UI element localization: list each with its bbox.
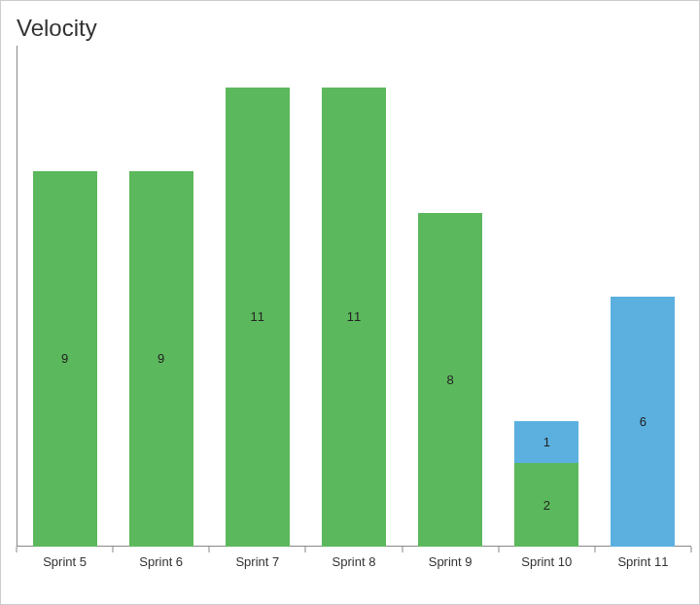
bar-segment-planned: 1 — [514, 421, 578, 463]
bars-container: 9911118216 — [17, 46, 691, 547]
bar-segment-completed: 11 — [226, 88, 290, 547]
x-axis-label: Sprint 6 — [113, 554, 209, 569]
bar-column: 9 — [113, 46, 209, 547]
bar-segment-planned: 6 — [611, 297, 675, 548]
x-axis-label: Sprint 10 — [499, 554, 595, 569]
bar-segment-completed: 11 — [322, 88, 386, 547]
x-axis-label: Sprint 5 — [17, 554, 113, 569]
bar-stack: 9 — [129, 171, 193, 547]
x-tick — [691, 547, 692, 552]
bar-column: 9 — [17, 46, 113, 547]
bar-value-label: 11 — [251, 309, 264, 324]
bar-stack: 11 — [322, 88, 386, 547]
bar-stack: 8 — [418, 213, 482, 547]
bar-value-label: 2 — [543, 498, 550, 513]
bar-segment-completed: 9 — [33, 171, 97, 547]
bar-column: 8 — [402, 46, 499, 547]
bar-stack: 9 — [33, 171, 97, 547]
bar-stack: 11 — [226, 88, 290, 547]
bar-value-label: 9 — [61, 351, 68, 366]
x-tick — [305, 547, 306, 552]
bar-segment-completed: 8 — [418, 213, 482, 547]
x-tick — [113, 547, 114, 552]
plot-area: 9911118216 — [17, 46, 691, 547]
bar-value-label: 9 — [158, 351, 164, 366]
bar-column: 11 — [209, 46, 305, 547]
bar-column: 6 — [595, 46, 691, 547]
bar-column: 21 — [499, 46, 595, 547]
bar-value-label: 8 — [447, 373, 454, 387]
x-axis-label: Sprint 7 — [209, 554, 305, 569]
x-axis-label: Sprint 8 — [305, 554, 402, 569]
chart-title: Velocity — [17, 15, 689, 42]
bar-segment-completed: 9 — [129, 171, 193, 547]
bar-value-label: 6 — [640, 414, 647, 429]
x-tick — [402, 547, 402, 552]
bar-stack: 21 — [514, 421, 578, 547]
bar-value-label: 11 — [347, 309, 361, 324]
bar-segment-completed: 2 — [514, 463, 578, 547]
velocity-chart: Velocity 9911118216 Sprint 5Sprint 6Spri… — [0, 0, 700, 605]
bar-stack: 6 — [611, 297, 675, 548]
x-axis-label: Sprint 11 — [595, 554, 691, 569]
bar-column: 11 — [305, 46, 402, 547]
x-tick — [594, 547, 595, 552]
x-axis-label: Sprint 9 — [402, 554, 499, 569]
x-tick — [498, 547, 499, 552]
x-tick — [209, 547, 210, 552]
x-axis-labels: Sprint 5Sprint 6Sprint 7Sprint 8Sprint 9… — [17, 554, 691, 569]
bar-value-label: 1 — [543, 435, 550, 449]
x-tick — [17, 547, 18, 552]
